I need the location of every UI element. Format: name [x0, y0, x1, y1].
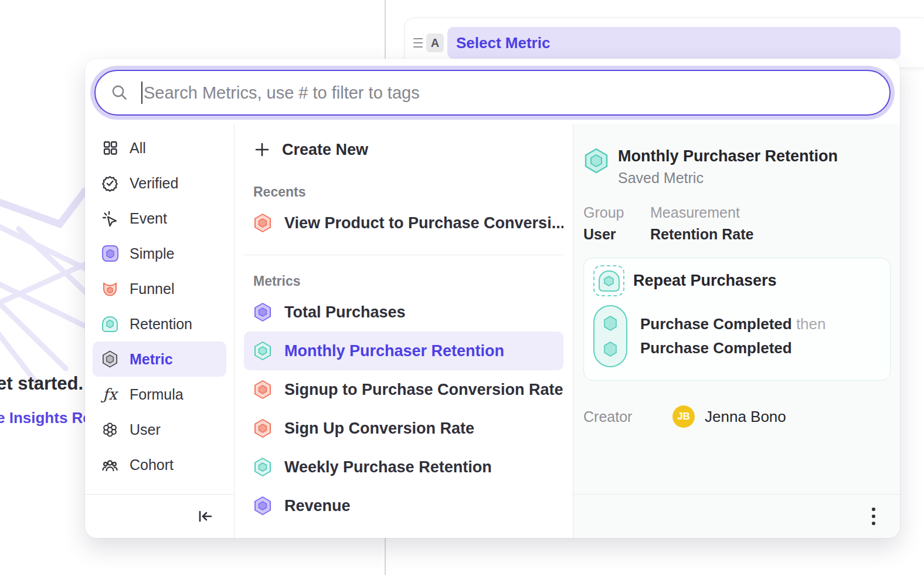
- hexagon-teal-icon: [583, 147, 609, 187]
- grid-icon: [101, 140, 118, 157]
- sidebar-item-label: Metric: [130, 351, 173, 368]
- retention-steps: Purchase Completed then Purchase Complet…: [640, 312, 826, 360]
- sidebar-item-verified[interactable]: Verified: [93, 165, 226, 201]
- metric-item-label: Total Purchases: [284, 303, 406, 322]
- sidebar-item-funnel[interactable]: Funnel: [93, 271, 226, 306]
- sidebar-item-label: All: [130, 140, 146, 157]
- search-bar[interactable]: [94, 70, 891, 116]
- kebab-menu-icon[interactable]: [872, 508, 875, 525]
- creator-avatar: JB: [672, 405, 695, 428]
- sidebar-item-label: Event: [130, 210, 167, 227]
- retention-steps-capsule-icon: [593, 305, 627, 367]
- collapse-left-icon[interactable]: [196, 508, 214, 525]
- meta-group: Group User: [583, 204, 636, 243]
- definition-title: Repeat Purchasers: [633, 272, 777, 290]
- simple-hexagon-icon: [101, 245, 118, 262]
- metric-picker-modal: All Verified E: [85, 59, 900, 538]
- sidebar-item-formula[interactable]: ƒx Formula: [93, 377, 226, 412]
- sidebar-item-label: Verified: [130, 175, 178, 192]
- get-started-heading: et started.: [0, 373, 83, 394]
- formula-fx-icon: ƒx: [101, 386, 118, 403]
- creator-row: Creator JB Jenna Bono: [583, 405, 891, 428]
- plus-icon: [253, 141, 270, 158]
- search-icon: [111, 84, 128, 102]
- sidebar-footer: [85, 494, 234, 538]
- detail-subtitle: Saved Metric: [618, 170, 838, 187]
- hexagon-orange-icon: [253, 380, 272, 400]
- meta-measurement: Measurement Retention Rate: [650, 204, 753, 243]
- sidebar-item-label: Cohort: [130, 456, 174, 473]
- recents-section-header: Recents: [244, 180, 563, 204]
- hexagon-orange-icon: [253, 213, 272, 233]
- definition-card: Repeat Purchasers Purchase Completed: [583, 258, 891, 381]
- sidebar-item-simple[interactable]: Simple: [93, 236, 226, 271]
- sidebar-item-event[interactable]: Event: [93, 201, 226, 236]
- sidebar-item-cohort[interactable]: Cohort: [93, 447, 226, 482]
- step-1-event: Purchase Completed: [640, 315, 792, 333]
- sidebar-item-label: Retention: [130, 316, 192, 333]
- metric-item-weekly-purchase-retention[interactable]: Weekly Purchase Retention: [244, 448, 563, 486]
- detail-footer: [573, 494, 900, 538]
- category-sidebar: All Verified E: [85, 124, 235, 538]
- sidebar-item-label: User: [130, 421, 161, 438]
- hexagon-orange-icon: [253, 418, 272, 438]
- step-1: Purchase Completed then: [640, 312, 826, 336]
- recent-metric-item[interactable]: View Product to Purchase Conversi...: [244, 204, 563, 242]
- metric-detail-panel: Monthly Purchaser Retention Saved Metric…: [573, 124, 900, 538]
- cursor-click-icon: [101, 210, 118, 227]
- select-metric-button[interactable]: Select Metric: [447, 27, 901, 59]
- search-input[interactable]: [144, 83, 874, 103]
- metric-item-label: Revenue: [284, 497, 351, 515]
- step-2-event: Purchase Completed: [640, 339, 792, 357]
- detail-meta: Group User Measurement Retention Rate: [583, 204, 891, 243]
- select-metric-label: Select Metric: [456, 34, 550, 52]
- detail-header: Monthly Purchaser Retention Saved Metric: [583, 146, 891, 187]
- creator-name: Jenna Bono: [705, 408, 786, 426]
- metric-item-sign-up-conversion[interactable]: Sign Up Conversion Rate: [244, 409, 563, 448]
- sidebar-item-retention[interactable]: Retention: [93, 306, 226, 341]
- metric-item-revenue[interactable]: Revenue: [244, 486, 563, 525]
- retention-arch-icon: [101, 316, 118, 333]
- hexagon-teal-icon: [253, 341, 272, 361]
- sidebar-item-label: Simple: [130, 245, 174, 262]
- sidebar-item-metric[interactable]: Metric: [93, 341, 226, 377]
- sidebar-item-user[interactable]: User: [93, 412, 226, 447]
- sidebar-item-all[interactable]: All: [93, 130, 226, 165]
- text-caret: [141, 82, 142, 104]
- drag-handle-icon[interactable]: [413, 38, 423, 48]
- series-letter-badge: A: [426, 33, 444, 52]
- metric-item-label: Sign Up Conversion Rate: [284, 420, 474, 438]
- metric-item-signup-to-purchase[interactable]: Signup to Purchase Conversion Rate: [244, 370, 563, 409]
- metric-hexagon-icon: [101, 351, 118, 368]
- hexagon-purple-icon: [253, 496, 272, 516]
- metrics-section-header: Metrics: [244, 269, 563, 293]
- group-value: User: [583, 226, 636, 243]
- create-new-label: Create New: [282, 141, 368, 159]
- detail-title: Monthly Purchaser Retention: [618, 146, 838, 166]
- cohort-people-icon: [101, 456, 118, 473]
- metric-list-column: Create New Recents View Product to Purch…: [235, 124, 573, 538]
- metric-item-label: Monthly Purchaser Retention: [284, 342, 504, 360]
- user-cluster-icon: [101, 421, 118, 438]
- funnel-icon: [101, 280, 118, 297]
- create-new-button[interactable]: Create New: [244, 133, 563, 166]
- decorative-chart-lines: [0, 188, 94, 399]
- metric-item-label: View Product to Purchase Conversi...: [284, 214, 563, 232]
- group-label: Group: [583, 204, 636, 221]
- retention-definition-icon: [593, 265, 624, 296]
- sidebar-item-label: Funnel: [130, 280, 174, 297]
- hexagon-purple-icon: [253, 302, 272, 322]
- metric-item-label: Weekly Purchase Retention: [284, 458, 492, 476]
- hexagon-teal-icon: [253, 457, 272, 477]
- sidebar-item-label: Formula: [130, 386, 184, 403]
- verified-badge-icon: [101, 175, 118, 192]
- metric-item-total-purchases[interactable]: Total Purchases: [244, 293, 563, 332]
- measurement-label: Measurement: [650, 204, 753, 221]
- section-divider: [244, 255, 563, 255]
- insights-report-link[interactable]: e Insights Re: [0, 409, 91, 427]
- metric-item-label: Signup to Purchase Conversion Rate: [284, 381, 563, 399]
- metric-item-monthly-purchaser-retention[interactable]: Monthly Purchaser Retention: [244, 332, 563, 370]
- measurement-value: Retention Rate: [650, 226, 753, 243]
- creator-label: Creator: [583, 408, 672, 425]
- step-2: Purchase Completed: [640, 336, 826, 360]
